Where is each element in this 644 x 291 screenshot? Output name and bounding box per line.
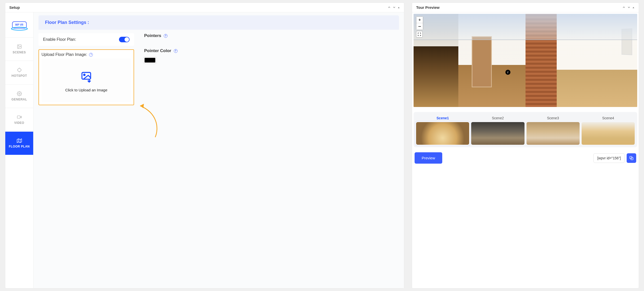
preview-button[interactable]: Preview <box>415 152 442 164</box>
enable-floor-plan-toggle[interactable] <box>119 37 130 42</box>
collapse-down-icon[interactable] <box>392 6 396 10</box>
upload-floor-plan-box: Upload Floor Plan Image: ? Click to Uplo… <box>38 49 134 105</box>
collapse-toggle-icon[interactable] <box>397 6 400 9</box>
nav-video[interactable]: VIDEO <box>5 108 33 131</box>
fullscreen-button[interactable] <box>416 31 423 38</box>
svg-rect-10 <box>17 116 20 118</box>
upload-cta-text: Click to Upload an Image <box>65 88 107 92</box>
hotspot-info-icon[interactable]: i <box>505 70 510 75</box>
collapse-up-icon[interactable] <box>622 6 626 10</box>
floor-plan-settings: Floor Plan Settings : Enable Floor Plan:… <box>33 12 404 288</box>
info-icon[interactable]: ? <box>174 49 178 53</box>
scene-thumbnail-strip: Scene1 Scene2 Scene3 Scene4 <box>414 112 637 147</box>
svg-marker-12 <box>17 139 21 142</box>
panorama-scene <box>414 14 637 107</box>
gear-icon <box>17 91 22 96</box>
pointers-row: Pointers ? <box>144 33 399 38</box>
video-icon <box>17 115 22 120</box>
nav-label: VIDEO <box>14 121 24 125</box>
upload-label: Upload Floor Plan Image: <box>42 52 87 57</box>
setup-panel-header: Setup <box>5 3 404 12</box>
setup-side-nav: WP VR SCENES HOTSPOT <box>5 12 33 288</box>
target-icon <box>17 67 22 72</box>
nav-scenes[interactable]: SCENES <box>5 38 33 61</box>
preview-panel-header: Tour Preview <box>412 3 639 12</box>
pointer-color-picker[interactable] <box>144 57 156 63</box>
settings-header: Floor Plan Settings : <box>38 15 399 30</box>
copy-shortcode-button[interactable] <box>627 153 636 163</box>
scene-thumbnail <box>471 122 524 145</box>
pointers-label: Pointers <box>144 33 161 38</box>
collapse-up-icon[interactable] <box>387 6 391 10</box>
svg-point-4 <box>18 68 21 72</box>
nav-general[interactable]: GENERAL <box>5 85 33 108</box>
preview-bottom-row: Preview [wpvr id="156"] <box>414 152 637 164</box>
setup-title: Setup <box>9 5 20 10</box>
scene-label: Scene2 <box>492 116 504 120</box>
enable-floor-plan-row: Enable Floor Plan: <box>38 33 134 46</box>
scene-thumb-1[interactable]: Scene1 <box>416 116 469 145</box>
scene-label: Scene1 <box>436 116 449 120</box>
pointer-color-row: Pointer Color ? <box>144 48 399 53</box>
pointer-color-label: Pointer Color <box>144 48 171 53</box>
map-icon <box>17 138 22 143</box>
upload-label-row: Upload Floor Plan Image: ? <box>42 52 131 57</box>
svg-point-9 <box>19 93 20 94</box>
scene-thumbnail <box>582 122 635 145</box>
panorama-viewer[interactable]: i + − <box>414 14 637 107</box>
svg-point-1 <box>11 27 27 30</box>
enable-floor-plan-label: Enable Floor Plan: <box>43 37 76 42</box>
preview-panel-controls <box>622 6 635 10</box>
info-icon[interactable]: ? <box>89 53 93 57</box>
zoom-in-button[interactable]: + <box>416 17 423 23</box>
scene-thumb-2[interactable]: Scene2 <box>471 116 524 145</box>
collapse-toggle-icon[interactable] <box>632 6 635 9</box>
preview-title: Tour Preview <box>416 5 439 10</box>
nav-label: FLOOR PLAN <box>9 145 30 148</box>
svg-marker-0 <box>398 7 400 8</box>
scene-label: Scene3 <box>547 116 559 120</box>
panorama-controls: + − <box>416 16 423 38</box>
nav-label: SCENES <box>13 51 26 54</box>
upload-image-icon <box>80 71 92 83</box>
svg-marker-19 <box>633 7 634 8</box>
zoom-out-button[interactable]: − <box>416 23 423 30</box>
tour-preview-panel: Tour Preview <box>412 3 639 288</box>
logo: WP VR <box>5 12 33 38</box>
nav-label: GENERAL <box>11 98 27 101</box>
setup-panel: Setup WP VR <box>5 3 404 288</box>
scene-thumb-3[interactable]: Scene3 <box>527 116 580 145</box>
shortcode-display[interactable]: [wpvr id="156"] <box>593 153 625 163</box>
nav-hotspot[interactable]: HOTSPOT <box>5 61 33 84</box>
scene-label: Scene4 <box>602 116 614 120</box>
nav-label: HOTSPOT <box>12 74 27 78</box>
svg-point-3 <box>18 46 19 46</box>
upload-dropzone[interactable]: Click to Upload an Image <box>42 58 131 102</box>
nav-floor-plan[interactable]: FLOOR PLAN <box>5 132 33 155</box>
scene-thumb-4[interactable]: Scene4 <box>582 116 635 145</box>
setup-panel-controls <box>387 6 400 10</box>
info-icon[interactable]: ? <box>164 34 168 38</box>
scene-thumbnail <box>416 122 469 145</box>
collapse-down-icon[interactable] <box>627 6 631 10</box>
image-icon <box>17 44 22 49</box>
scene-thumbnail <box>527 122 580 145</box>
svg-point-16 <box>84 74 85 76</box>
